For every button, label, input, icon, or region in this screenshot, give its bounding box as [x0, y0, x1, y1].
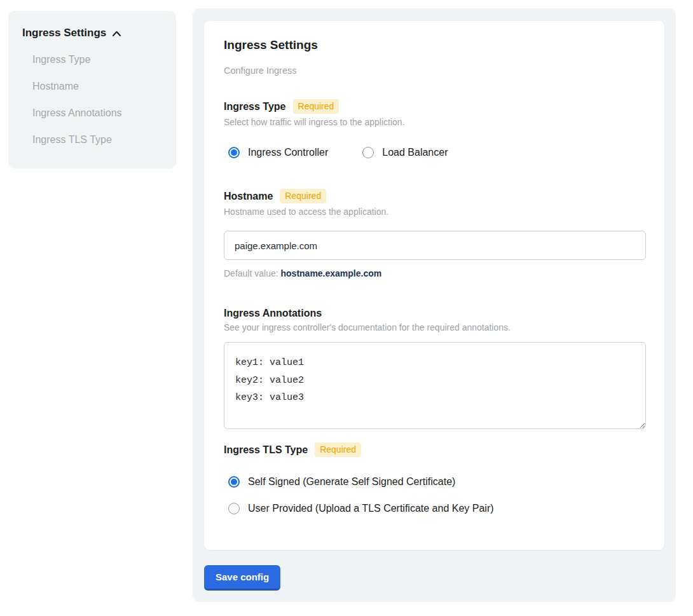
radio-unselected-icon[interactable] — [362, 147, 374, 158]
tls-type-radio-group: Self Signed (Generate Self Signed Certif… — [228, 476, 646, 514]
radio-option-label: Self Signed (Generate Self Signed Certif… — [248, 476, 455, 488]
required-badge: Required — [293, 99, 340, 114]
hostname-label: Hostname — [224, 191, 273, 202]
sidebar-section-title: Ingress Settings — [22, 27, 106, 39]
radio-option-self-signed[interactable]: Self Signed (Generate Self Signed Certif… — [228, 476, 646, 488]
radio-option-ingress-controller[interactable]: Ingress Controller — [228, 147, 328, 158]
radio-option-user-provided[interactable]: User Provided (Upload a TLS Certificate … — [228, 503, 646, 514]
required-badge: Required — [315, 442, 361, 457]
radio-unselected-icon[interactable] — [228, 503, 240, 514]
ingress-settings-card: Ingress Settings Configure Ingress Ingre… — [204, 21, 664, 550]
chevron-up-icon — [112, 30, 121, 38]
ingress-tls-type-label: Ingress TLS Type — [224, 444, 308, 456]
settings-panel: Ingress Settings Configure Ingress Ingre… — [193, 8, 676, 602]
ingress-annotations-help: See your ingress controller's documentat… — [224, 323, 646, 332]
section-ingress-type: Ingress Type Required Select how traffic… — [224, 99, 646, 158]
default-value-text: hostname.example.com — [281, 268, 382, 278]
page-title: Ingress Settings — [224, 39, 646, 51]
sidebar-item-ingress-type[interactable]: Ingress Type — [32, 54, 162, 65]
section-ingress-tls-type: Ingress TLS Type Required Self Signed (G… — [224, 442, 646, 514]
sidebar: Ingress Settings Ingress Type Hostname I… — [8, 11, 176, 168]
sidebar-item-hostname[interactable]: Hostname — [32, 81, 162, 92]
required-badge: Required — [280, 189, 326, 203]
sidebar-item-ingress-tls-type[interactable]: Ingress TLS Type — [32, 134, 162, 146]
save-config-button[interactable]: Save config — [204, 565, 280, 591]
annotations-textarea[interactable]: key1: value1 key2: value2 key3: value3 — [224, 342, 646, 429]
ingress-type-radio-group: Ingress Controller Load Balancer — [228, 147, 646, 158]
section-ingress-annotations: Ingress Annotations See your ingress con… — [224, 308, 646, 429]
radio-option-label: Ingress Controller — [248, 147, 328, 158]
hostname-default-row: Default value: hostname.example.com — [224, 268, 646, 278]
radio-selected-icon[interactable] — [228, 476, 240, 488]
ingress-type-label: Ingress Type — [224, 101, 286, 113]
radio-option-label: Load Balancer — [382, 147, 448, 158]
radio-option-load-balancer[interactable]: Load Balancer — [362, 147, 448, 158]
sidebar-item-list: Ingress Type Hostname Ingress Annotation… — [32, 54, 162, 146]
ingress-annotations-label: Ingress Annotations — [224, 308, 322, 319]
hostname-help: Hostname used to access the application. — [224, 207, 646, 217]
page-subtitle: Configure Ingress — [224, 66, 646, 76]
sidebar-item-ingress-annotations[interactable]: Ingress Annotations — [32, 107, 162, 119]
hostname-input[interactable] — [224, 231, 646, 260]
ingress-type-help: Select how traffic will ingress to the a… — [224, 118, 646, 127]
section-hostname: Hostname Required Hostname used to acces… — [224, 189, 646, 278]
default-value-label: Default value: — [224, 268, 278, 278]
sidebar-section-toggle[interactable]: Ingress Settings — [22, 27, 162, 39]
radio-option-label: User Provided (Upload a TLS Certificate … — [248, 503, 494, 514]
radio-selected-icon[interactable] — [228, 147, 240, 158]
